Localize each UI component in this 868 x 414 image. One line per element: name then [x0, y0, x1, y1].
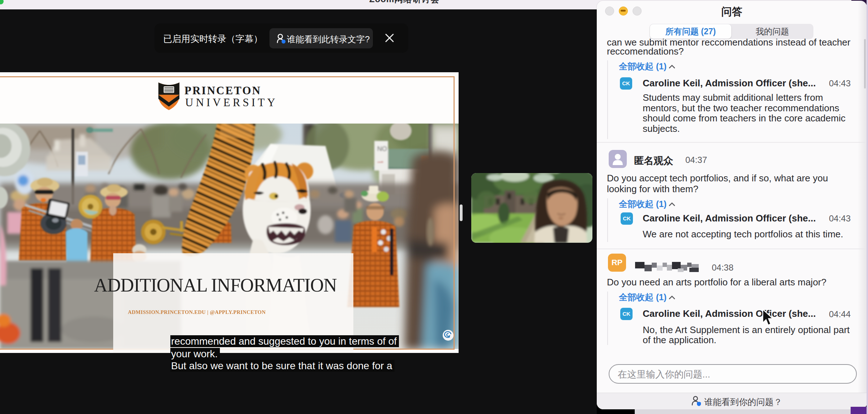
svg-text:NO: NO	[377, 145, 387, 152]
